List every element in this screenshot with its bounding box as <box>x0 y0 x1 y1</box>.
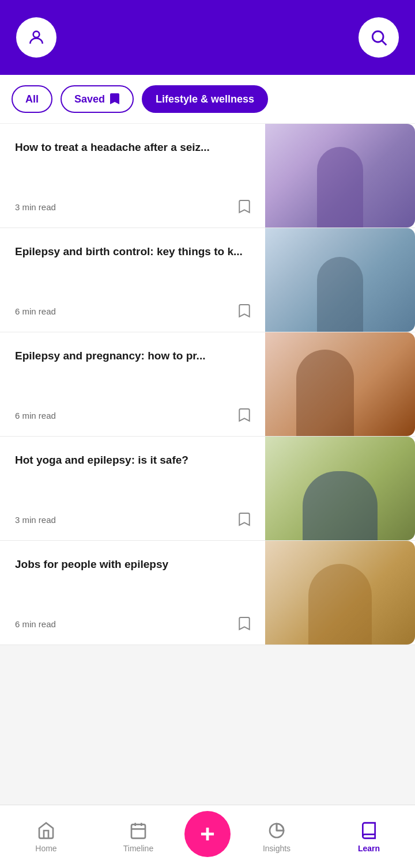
svg-point-0 <box>33 31 40 37</box>
svg-rect-3 <box>131 824 145 838</box>
timeline-icon <box>129 821 148 840</box>
article-content: Jobs for people with epilepsy 6 min read <box>0 541 265 645</box>
article-image <box>265 332 415 436</box>
bookmark-icon <box>239 200 250 214</box>
article-title: Epilepsy and pregnancy: how to pr... <box>15 348 254 363</box>
insights-icon <box>267 821 286 840</box>
article-image <box>265 124 415 228</box>
nav-label-timeline: Timeline <box>123 844 153 853</box>
article-title: Jobs for people with epilepsy <box>15 557 254 572</box>
article-content: How to treat a headache after a seiz... … <box>0 124 265 228</box>
nav-item-timeline[interactable]: Timeline <box>92 821 184 853</box>
article-card[interactable]: How to treat a headache after a seiz... … <box>0 124 415 228</box>
read-time: 6 min read <box>15 619 56 629</box>
profile-button[interactable] <box>16 17 56 58</box>
article-title: Epilepsy and birth control: key things t… <box>15 244 254 259</box>
article-card[interactable]: Jobs for people with epilepsy 6 min read <box>0 541 415 645</box>
nav-item-learn[interactable]: Learn <box>323 821 415 853</box>
plus-icon <box>197 823 218 845</box>
bookmark-button[interactable] <box>235 510 254 529</box>
svg-line-2 <box>382 41 386 45</box>
article-meta: 6 min read <box>15 615 254 633</box>
filter-saved[interactable]: Saved <box>61 85 134 113</box>
article-meta: 6 min read <box>15 406 254 424</box>
article-content: Hot yoga and epilepsy: is it safe? 3 min… <box>0 437 265 540</box>
bookmark-button[interactable] <box>235 302 254 320</box>
article-card[interactable]: Epilepsy and birth control: key things t… <box>0 228 415 332</box>
article-title: How to treat a headache after a seiz... <box>15 140 254 155</box>
search-icon <box>369 28 388 47</box>
read-time: 3 min read <box>15 515 56 525</box>
read-time: 6 min read <box>15 306 56 316</box>
articles-list: How to treat a headache after a seiz... … <box>0 124 415 645</box>
bookmark-button[interactable] <box>235 198 254 216</box>
nav-item-insights[interactable]: Insights <box>231 821 323 853</box>
nav-label-learn: Learn <box>358 844 380 853</box>
saved-bookmark-icon <box>110 93 120 105</box>
home-icon <box>36 821 56 840</box>
bookmark-button[interactable] <box>235 406 254 424</box>
nav-label-insights: Insights <box>263 844 290 853</box>
article-image <box>265 437 415 540</box>
article-title: Hot yoga and epilepsy: is it safe? <box>15 453 254 468</box>
read-time: 3 min read <box>15 202 56 212</box>
learn-icon <box>359 821 379 840</box>
article-content: Epilepsy and pregnancy: how to pr... 6 m… <box>0 332 265 436</box>
svg-point-1 <box>372 31 383 42</box>
header <box>0 0 415 75</box>
article-image <box>265 228 415 332</box>
article-card[interactable]: Hot yoga and epilepsy: is it safe? 3 min… <box>0 437 415 541</box>
nav-label-home: Home <box>35 844 56 853</box>
search-button[interactable] <box>359 17 399 58</box>
article-image <box>265 541 415 645</box>
article-content: Epilepsy and birth control: key things t… <box>0 228 265 332</box>
article-card[interactable]: Epilepsy and pregnancy: how to pr... 6 m… <box>0 332 415 437</box>
bookmark-button[interactable] <box>235 615 254 633</box>
add-button[interactable] <box>184 811 231 857</box>
bookmark-icon <box>239 617 250 631</box>
bookmark-icon <box>239 513 250 526</box>
bookmark-icon <box>239 408 250 422</box>
nav-item-home[interactable]: Home <box>0 821 92 853</box>
filter-bar: All Saved Lifestyle & wellness <box>0 75 415 124</box>
person-icon <box>27 28 46 47</box>
article-meta: 3 min read <box>15 510 254 529</box>
bookmark-icon <box>239 304 250 318</box>
read-time: 6 min read <box>15 411 56 420</box>
filter-all[interactable]: All <box>12 85 52 113</box>
filter-lifestyle[interactable]: Lifestyle & wellness <box>142 85 268 113</box>
nav-item-add[interactable] <box>184 811 231 863</box>
article-meta: 3 min read <box>15 198 254 216</box>
article-meta: 6 min read <box>15 302 254 320</box>
bottom-nav: Home Timeline <box>0 805 415 868</box>
